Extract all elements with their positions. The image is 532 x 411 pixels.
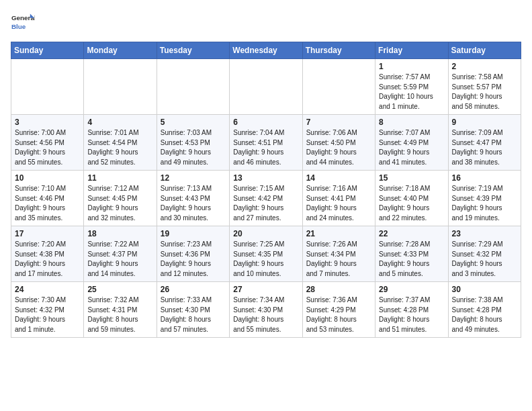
- day-number: 8: [379, 118, 444, 127]
- day-info: Sunrise: 7:57 AM Sunset: 5:59 PM Dayligh…: [379, 73, 444, 111]
- calendar-cell: 28Sunrise: 7:36 AM Sunset: 4:29 PM Dayli…: [302, 282, 375, 338]
- calendar-cell: 10Sunrise: 7:10 AM Sunset: 4:46 PM Dayli…: [11, 171, 84, 226]
- calendar-cell: 12Sunrise: 7:13 AM Sunset: 4:43 PM Dayli…: [157, 171, 229, 226]
- day-info: Sunrise: 7:37 AM Sunset: 4:28 PM Dayligh…: [379, 295, 444, 334]
- calendar-cell: 26Sunrise: 7:33 AM Sunset: 4:30 PM Dayli…: [157, 282, 229, 338]
- weekday-header-saturday: Saturday: [448, 42, 521, 59]
- weekday-header-wednesday: Wednesday: [230, 42, 302, 59]
- calendar-cell: 29Sunrise: 7:37 AM Sunset: 4:28 PM Dayli…: [375, 282, 448, 338]
- calendar-cell: 20Sunrise: 7:25 AM Sunset: 4:35 PM Dayli…: [230, 226, 302, 282]
- day-number: 17: [15, 229, 80, 238]
- calendar-cell: [84, 59, 157, 115]
- calendar-cell: 6Sunrise: 7:04 AM Sunset: 4:51 PM Daylig…: [230, 115, 302, 171]
- day-info: Sunrise: 7:06 AM Sunset: 4:50 PM Dayligh…: [306, 128, 371, 167]
- calendar-cell: [157, 59, 229, 115]
- calendar-cell: 15Sunrise: 7:18 AM Sunset: 4:40 PM Dayli…: [375, 171, 448, 226]
- day-info: Sunrise: 7:58 AM Sunset: 5:57 PM Dayligh…: [452, 73, 517, 111]
- day-number: 29: [379, 285, 444, 294]
- day-info: Sunrise: 7:29 AM Sunset: 4:32 PM Dayligh…: [452, 240, 517, 279]
- day-number: 25: [87, 285, 152, 294]
- calendar-cell: 14Sunrise: 7:16 AM Sunset: 4:41 PM Dayli…: [302, 171, 375, 226]
- day-number: 18: [87, 229, 152, 238]
- calendar-week-row: 17Sunrise: 7:20 AM Sunset: 4:38 PM Dayli…: [11, 226, 521, 282]
- day-info: Sunrise: 7:09 AM Sunset: 4:47 PM Dayligh…: [452, 128, 517, 167]
- calendar-cell: 2Sunrise: 7:58 AM Sunset: 5:57 PM Daylig…: [448, 59, 521, 115]
- day-info: Sunrise: 7:36 AM Sunset: 4:29 PM Dayligh…: [306, 295, 371, 334]
- calendar-cell: 27Sunrise: 7:34 AM Sunset: 4:30 PM Dayli…: [230, 282, 302, 338]
- page-header: General Blue: [11, 11, 521, 35]
- day-number: 26: [161, 285, 226, 294]
- weekday-header-friday: Friday: [375, 42, 448, 59]
- day-number: 21: [306, 229, 371, 238]
- day-info: Sunrise: 7:20 AM Sunset: 4:38 PM Dayligh…: [15, 240, 80, 279]
- day-number: 3: [15, 118, 80, 127]
- calendar-cell: 24Sunrise: 7:30 AM Sunset: 4:32 PM Dayli…: [11, 282, 84, 338]
- day-number: 10: [15, 173, 80, 183]
- day-info: Sunrise: 7:32 AM Sunset: 4:31 PM Dayligh…: [87, 295, 152, 334]
- logo: General Blue: [11, 11, 35, 35]
- day-number: 2: [452, 62, 517, 71]
- day-number: 15: [379, 173, 444, 183]
- day-number: 16: [452, 173, 517, 183]
- day-info: Sunrise: 7:10 AM Sunset: 4:46 PM Dayligh…: [15, 184, 80, 223]
- calendar-cell: 13Sunrise: 7:15 AM Sunset: 4:42 PM Dayli…: [230, 171, 302, 226]
- day-info: Sunrise: 7:30 AM Sunset: 4:32 PM Dayligh…: [15, 295, 80, 334]
- day-number: 11: [87, 173, 152, 183]
- day-info: Sunrise: 7:26 AM Sunset: 4:34 PM Dayligh…: [306, 240, 371, 279]
- calendar-cell: 23Sunrise: 7:29 AM Sunset: 4:32 PM Dayli…: [448, 226, 521, 282]
- weekday-header-monday: Monday: [84, 42, 157, 59]
- calendar-cell: 4Sunrise: 7:01 AM Sunset: 4:54 PM Daylig…: [84, 115, 157, 171]
- calendar-cell: 19Sunrise: 7:23 AM Sunset: 4:36 PM Dayli…: [157, 226, 229, 282]
- svg-text:Blue: Blue: [11, 23, 26, 30]
- calendar-cell: 11Sunrise: 7:12 AM Sunset: 4:45 PM Dayli…: [84, 171, 157, 226]
- logo-icon: General Blue: [11, 11, 35, 35]
- calendar-cell: 21Sunrise: 7:26 AM Sunset: 4:34 PM Dayli…: [302, 226, 375, 282]
- day-info: Sunrise: 7:13 AM Sunset: 4:43 PM Dayligh…: [161, 184, 226, 223]
- day-info: Sunrise: 7:23 AM Sunset: 4:36 PM Dayligh…: [161, 240, 226, 279]
- day-info: Sunrise: 7:01 AM Sunset: 4:54 PM Dayligh…: [87, 128, 152, 167]
- day-number: 5: [161, 118, 226, 127]
- calendar-week-row: 10Sunrise: 7:10 AM Sunset: 4:46 PM Dayli…: [11, 171, 521, 226]
- weekday-header-sunday: Sunday: [11, 42, 84, 59]
- day-info: Sunrise: 7:03 AM Sunset: 4:53 PM Dayligh…: [161, 128, 226, 167]
- day-number: 19: [161, 229, 226, 238]
- calendar-cell: 18Sunrise: 7:22 AM Sunset: 4:37 PM Dayli…: [84, 226, 157, 282]
- day-number: 12: [161, 173, 226, 183]
- calendar-week-row: 1Sunrise: 7:57 AM Sunset: 5:59 PM Daylig…: [11, 59, 521, 115]
- day-number: 27: [233, 285, 298, 294]
- day-info: Sunrise: 7:25 AM Sunset: 4:35 PM Dayligh…: [233, 240, 298, 279]
- calendar-cell: 7Sunrise: 7:06 AM Sunset: 4:50 PM Daylig…: [302, 115, 375, 171]
- calendar-week-row: 3Sunrise: 7:00 AM Sunset: 4:56 PM Daylig…: [11, 115, 521, 171]
- day-info: Sunrise: 7:00 AM Sunset: 4:56 PM Dayligh…: [15, 128, 80, 167]
- day-info: Sunrise: 7:38 AM Sunset: 4:28 PM Dayligh…: [452, 295, 517, 334]
- calendar-cell: [11, 59, 84, 115]
- day-number: 6: [233, 118, 298, 127]
- day-number: 4: [87, 118, 152, 127]
- day-number: 13: [233, 173, 298, 183]
- day-number: 23: [452, 229, 517, 238]
- calendar-table: SundayMondayTuesdayWednesdayThursdayFrid…: [11, 42, 521, 338]
- calendar-cell: 17Sunrise: 7:20 AM Sunset: 4:38 PM Dayli…: [11, 226, 84, 282]
- day-number: 28: [306, 285, 371, 294]
- calendar-cell: 25Sunrise: 7:32 AM Sunset: 4:31 PM Dayli…: [84, 282, 157, 338]
- day-info: Sunrise: 7:33 AM Sunset: 4:30 PM Dayligh…: [161, 295, 226, 334]
- day-info: Sunrise: 7:34 AM Sunset: 4:30 PM Dayligh…: [233, 295, 298, 334]
- calendar-cell: 30Sunrise: 7:38 AM Sunset: 4:28 PM Dayli…: [448, 282, 521, 338]
- weekday-header-tuesday: Tuesday: [157, 42, 229, 59]
- calendar-header-row: SundayMondayTuesdayWednesdayThursdayFrid…: [11, 42, 521, 59]
- calendar-cell: 9Sunrise: 7:09 AM Sunset: 4:47 PM Daylig…: [448, 115, 521, 171]
- day-number: 30: [452, 285, 517, 294]
- calendar-cell: 8Sunrise: 7:07 AM Sunset: 4:49 PM Daylig…: [375, 115, 448, 171]
- day-info: Sunrise: 7:12 AM Sunset: 4:45 PM Dayligh…: [87, 184, 152, 223]
- calendar-cell: [230, 59, 302, 115]
- day-number: 9: [452, 118, 517, 127]
- day-number: 24: [15, 285, 80, 294]
- calendar-week-row: 24Sunrise: 7:30 AM Sunset: 4:32 PM Dayli…: [11, 282, 521, 338]
- calendar-cell: 3Sunrise: 7:00 AM Sunset: 4:56 PM Daylig…: [11, 115, 84, 171]
- weekday-header-thursday: Thursday: [302, 42, 375, 59]
- day-info: Sunrise: 7:16 AM Sunset: 4:41 PM Dayligh…: [306, 184, 371, 223]
- day-number: 1: [379, 62, 444, 71]
- calendar-cell: 16Sunrise: 7:19 AM Sunset: 4:39 PM Dayli…: [448, 171, 521, 226]
- day-info: Sunrise: 7:15 AM Sunset: 4:42 PM Dayligh…: [233, 184, 298, 223]
- day-info: Sunrise: 7:22 AM Sunset: 4:37 PM Dayligh…: [87, 240, 152, 279]
